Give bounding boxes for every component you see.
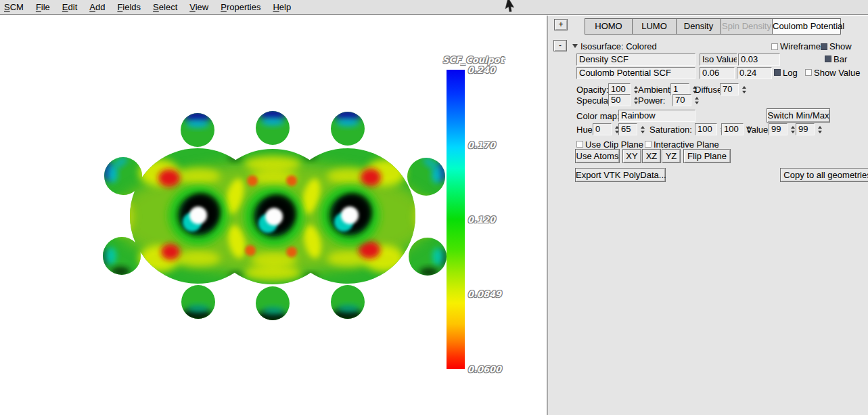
field-tabs: HOMO LUMO Density Spin Density Coulomb P… — [585, 18, 841, 35]
spin-up-icon[interactable] — [791, 126, 795, 129]
use-atoms-button[interactable]: Use Atoms — [575, 149, 620, 163]
ambient-label: Ambient: — [638, 85, 672, 95]
power-label: Power: — [638, 95, 665, 106]
colormap-label: Color map: — [576, 111, 620, 121]
switch-minmax-button[interactable]: Switch Min/Max — [767, 108, 830, 123]
menu-scm[interactable]: SCM — [0, 2, 30, 12]
spin-down-icon[interactable] — [695, 102, 699, 104]
specular-spinner[interactable]: 50 — [608, 94, 639, 106]
colorbar-title: SCF_Coulpot — [442, 55, 504, 65]
colorbar-tick: 0.120 — [467, 215, 495, 225]
value-min-spinner[interactable]: 99 — [769, 123, 796, 135]
interactive-plane-label: Interactive Plane — [654, 139, 719, 150]
yz-plane-button[interactable]: YZ — [662, 149, 681, 163]
spin-down-icon[interactable] — [818, 131, 822, 133]
menu-file[interactable]: File — [30, 2, 56, 12]
color-min-input[interactable]: 0.06 — [700, 67, 735, 79]
bar-checkbox[interactable] — [825, 56, 831, 62]
spin-down-icon[interactable] — [791, 131, 795, 133]
colorbar-tick-min: 0.0600 — [467, 364, 501, 374]
spin-up-icon[interactable] — [641, 126, 645, 129]
xz-plane-button[interactable]: XZ — [642, 149, 661, 163]
menu-properties[interactable]: Properties — [214, 2, 267, 12]
menu-add[interactable]: Add — [83, 2, 111, 12]
tab-spin-density: Spin Density — [721, 18, 773, 35]
render-canvas[interactable]: SCF_Coulpot 0.240 0.170 0.120 0.0849 0.0… — [0, 16, 546, 415]
iso-value-label: Iso Value — [700, 53, 737, 66]
colorbar-tick: 0.170 — [467, 140, 495, 150]
remove-field-button[interactable]: - — [553, 40, 567, 51]
interactive-plane-checkbox[interactable] — [645, 141, 652, 148]
spin-up-icon[interactable] — [742, 86, 746, 89]
hue-max-spinner[interactable]: 65 — [618, 123, 646, 135]
hue-min-spinner[interactable]: 0 — [593, 123, 620, 135]
menu-view[interactable]: View — [183, 2, 214, 12]
value-max-spinner[interactable]: 99 — [796, 123, 823, 135]
saturation-label: Saturation: — [649, 125, 692, 135]
wireframe-label: Wireframe — [780, 41, 821, 51]
spin-up-icon[interactable] — [695, 97, 699, 100]
colorbar-gradient — [447, 70, 465, 369]
show-value-label: Show Value — [814, 68, 860, 78]
add-field-button[interactable]: + — [554, 19, 568, 30]
colorbar-tick-max: 0.240 — [467, 65, 495, 75]
spin-down-icon[interactable] — [641, 131, 645, 133]
properties-panel: + HOMO LUMO Density Spin Density Coulomb… — [547, 16, 868, 415]
tab-homo[interactable]: HOMO — [585, 18, 633, 35]
wireframe-checkbox[interactable] — [771, 43, 778, 50]
show-label: Show — [829, 41, 852, 51]
spin-up-icon[interactable] — [818, 126, 822, 129]
log-label: Log — [783, 68, 798, 78]
collapse-triangle-icon[interactable] — [572, 44, 578, 48]
colorbar-tick: 0.0849 — [467, 289, 501, 299]
molecule-isosurface-view[interactable] — [101, 108, 447, 325]
isosurface-title: Isosurface: Colored — [580, 41, 657, 51]
diffuse-spinner[interactable]: 70 — [720, 83, 748, 95]
iso-value-input[interactable]: 0.03 — [738, 53, 780, 66]
mouse-cursor-icon — [502, 0, 518, 13]
menu-help[interactable]: Help — [267, 2, 297, 12]
isosurface-field-input[interactable]: Density SCF — [576, 53, 695, 66]
color-max-input[interactable]: 0.24 — [737, 67, 772, 79]
menu-edit[interactable]: Edit — [56, 2, 83, 12]
log-checkbox[interactable] — [774, 69, 781, 76]
copy-to-all-geometries-button[interactable]: Copy to all geometries — [780, 168, 868, 182]
xy-plane-button[interactable]: XY — [622, 149, 641, 163]
show-value-checkbox[interactable] — [805, 69, 812, 76]
tab-coulomb-potential[interactable]: Coulomb Potential — [772, 18, 841, 35]
use-clip-plane-label: Use Clip Plane — [585, 139, 643, 150]
tab-lumo[interactable]: LUMO — [632, 18, 677, 35]
power-spinner[interactable]: 70 — [672, 94, 700, 106]
flip-plane-button[interactable]: Flip Plane — [683, 149, 731, 163]
menu-bar: SCM File Edit Add Fields Select View Pro… — [0, 0, 868, 15]
opacity-label: Opacity: — [576, 85, 609, 95]
tab-density[interactable]: Density — [676, 18, 721, 35]
value-label: Value: — [746, 125, 771, 135]
color-field-input[interactable]: Coulomb Potential SCF — [576, 67, 695, 79]
bar-label: Bar — [833, 54, 847, 64]
export-vtk-button[interactable]: Export VTK PolyData... — [575, 168, 666, 182]
show-checkbox[interactable] — [821, 43, 827, 50]
spin-down-icon[interactable] — [742, 91, 746, 93]
use-clip-plane-checkbox[interactable] — [576, 141, 583, 148]
menu-select[interactable]: Select — [147, 2, 183, 12]
colormap-input[interactable]: Rainbow — [618, 110, 695, 122]
menu-fields[interactable]: Fields — [111, 2, 147, 12]
